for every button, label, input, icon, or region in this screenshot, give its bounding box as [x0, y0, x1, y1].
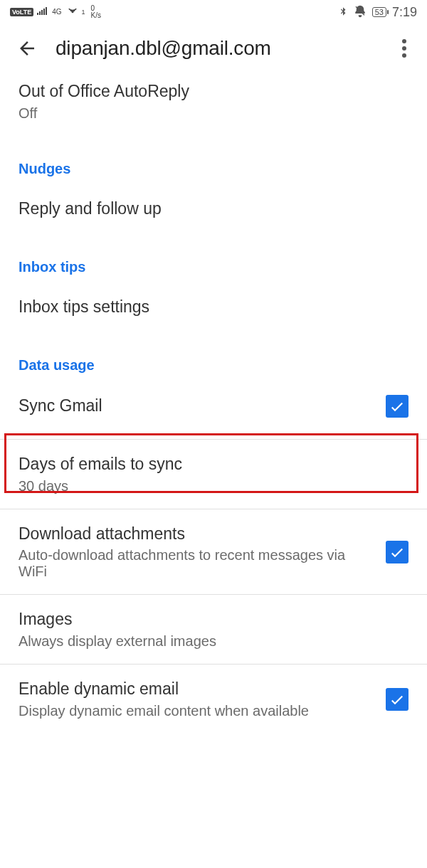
speed-unit: K/s — [91, 12, 101, 19]
setting-images[interactable]: Images Always display external images — [0, 609, 427, 650]
setting-sync-gmail[interactable]: Sync Gmail — [0, 395, 427, 418]
mute-icon — [354, 5, 367, 20]
checkbox-dynamic[interactable] — [386, 688, 408, 711]
setting-inbox-tips[interactable]: Inbox tips settings — [0, 297, 427, 318]
bluetooth-icon — [338, 5, 348, 20]
setting-subtitle: Display dynamic email content when avail… — [19, 703, 374, 719]
setting-title: Download attachments — [19, 524, 374, 545]
network-label: 4G — [52, 9, 61, 16]
setting-subtitle: 30 days — [19, 478, 408, 494]
status-right: 53 7:19 — [338, 5, 417, 20]
setting-title: Out of Office AutoReply — [19, 81, 408, 102]
setting-download-attachments[interactable]: Download attachments Auto-download attac… — [0, 524, 427, 581]
setting-subtitle: Auto-download attachments to recent mess… — [19, 547, 374, 580]
setting-subtitle: Off — [19, 105, 408, 122]
setting-out-of-office[interactable]: Out of Office AutoReply Off — [0, 81, 427, 122]
section-inbox-tips: Inbox tips — [0, 259, 427, 275]
battery-level: 53 — [372, 7, 386, 17]
setting-reply-followup[interactable]: Reply and follow up — [0, 199, 427, 220]
setting-subtitle: Always display external images — [19, 633, 408, 650]
setting-title: Enable dynamic email — [19, 679, 374, 700]
volte-badge: VoLTE — [10, 8, 33, 16]
hotspot-count: 1 — [82, 9, 85, 16]
back-button[interactable] — [16, 37, 38, 60]
section-data-usage: Data usage — [0, 357, 427, 374]
check-icon — [389, 691, 406, 708]
hotspot-icon — [66, 5, 79, 20]
check-icon — [389, 544, 406, 561]
status-left: VoLTE 4G 1 0 K/s — [10, 5, 101, 20]
svg-point-3 — [402, 53, 406, 58]
status-bar: VoLTE 4G 1 0 K/s 53 7:19 — [0, 0, 427, 23]
setting-title: Inbox tips settings — [19, 297, 408, 318]
check-icon — [389, 398, 406, 415]
arrow-left-icon — [16, 38, 38, 59]
more-button[interactable] — [394, 39, 414, 58]
setting-dynamic-email[interactable]: Enable dynamic email Display dynamic ema… — [0, 679, 427, 719]
setting-title: Reply and follow up — [19, 199, 408, 220]
svg-point-2 — [402, 46, 406, 51]
setting-title: Sync Gmail — [19, 396, 374, 417]
app-bar: dipanjan.dbl@gmail.com — [0, 23, 427, 81]
setting-days-to-sync[interactable]: Days of emails to sync 30 days — [0, 454, 427, 494]
setting-title: Days of emails to sync — [19, 454, 408, 475]
signal-icon — [36, 6, 51, 18]
svg-point-1 — [402, 39, 406, 43]
clock: 7:19 — [392, 5, 417, 20]
checkbox-download[interactable] — [386, 541, 408, 563]
more-vert-icon — [402, 39, 406, 58]
section-nudges: Nudges — [0, 161, 427, 177]
page-title: dipanjan.dbl@gmail.com — [56, 37, 377, 60]
checkbox-sync-gmail[interactable] — [386, 395, 408, 418]
setting-title: Images — [19, 609, 408, 630]
